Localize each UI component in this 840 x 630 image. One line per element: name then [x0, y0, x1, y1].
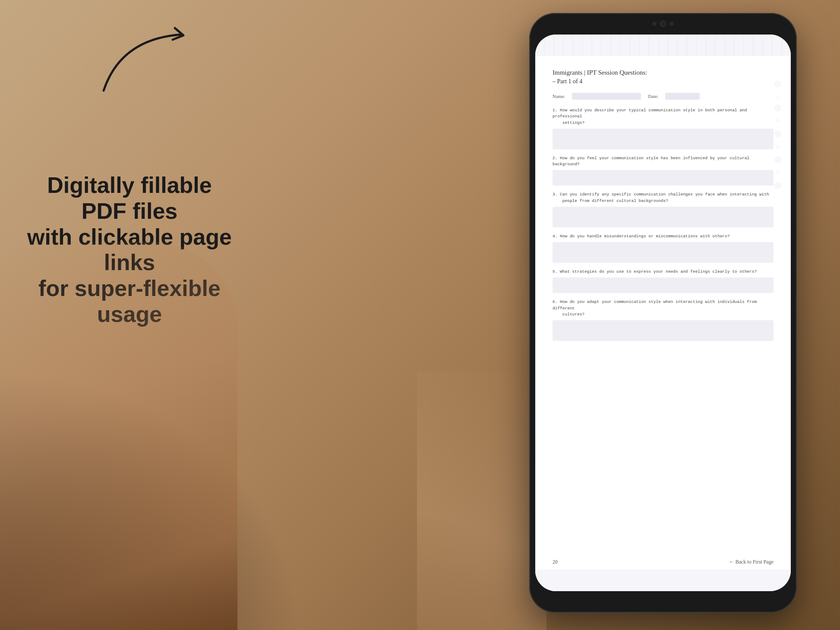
svg-point-0	[774, 81, 781, 88]
answer-box-1[interactable]	[553, 129, 774, 149]
tablet: Immigrants | IPT Session Questions: – Pa…	[529, 13, 797, 613]
camera-dot-2	[669, 22, 674, 26]
camera-dot-1	[652, 22, 657, 26]
page-number: 20	[553, 559, 558, 565]
pdf-footer: 20 ← Back to First Page	[535, 554, 791, 570]
date-input[interactable]	[665, 93, 700, 100]
question-4: 4. How do you handle misunderstandings o…	[553, 233, 774, 263]
pdf-content: Immigrants | IPT Session Questions: – Pa…	[535, 35, 791, 591]
name-label: Name:	[553, 94, 565, 99]
question-6-text: 6. How do you adapt your communication s…	[553, 299, 774, 318]
question-5-text: 5. What strategies do you use to express…	[553, 269, 774, 275]
svg-point-7	[776, 170, 780, 175]
pdf-title: Immigrants | IPT Session Questions:	[553, 69, 774, 76]
tablet-outer: Immigrants | IPT Session Questions: – Pa…	[529, 13, 797, 613]
svg-point-5	[776, 145, 780, 149]
date-label: Date:	[648, 94, 658, 99]
watermark-pattern-top	[535, 35, 791, 56]
question-6: 6. How do you adapt your communication s…	[553, 299, 774, 341]
question-5: 5. What strategies do you use to express…	[553, 269, 774, 293]
answer-box-6[interactable]	[553, 320, 774, 341]
name-input[interactable]	[572, 93, 641, 100]
question-3-text: 3. Can you identify any specific communi…	[553, 192, 774, 204]
question-1: 1. How would you describe your typical c…	[553, 107, 774, 149]
camera-main	[660, 21, 666, 27]
question-2: 2. How do you feel your communication st…	[553, 155, 774, 186]
svg-point-2	[774, 104, 781, 111]
name-date-row: Name: Date:	[553, 93, 774, 100]
pdf-main: Immigrants | IPT Session Questions: – Pa…	[535, 56, 791, 554]
tablet-camera-bar	[652, 21, 674, 27]
svg-point-4	[774, 130, 781, 137]
tablet-screen: Immigrants | IPT Session Questions: – Pa…	[535, 35, 791, 591]
svg-point-8	[774, 182, 781, 189]
question-2-text: 2. How do you feel your communication st…	[553, 155, 774, 168]
svg-point-6	[774, 156, 781, 163]
side-watermark	[769, 78, 786, 533]
promo-text: Digitally fillable PDF files with clicka…	[26, 173, 233, 328]
back-to-first-page-link[interactable]: ← Back to First Page	[729, 559, 774, 565]
background-shadow	[0, 371, 302, 630]
arrow-icon	[95, 22, 207, 99]
answer-box-3[interactable]	[553, 207, 774, 227]
question-1-text: 1. How would you describe your typical c…	[553, 107, 774, 126]
question-3: 3. Can you identify any specific communi…	[553, 192, 774, 227]
answer-box-5[interactable]	[553, 277, 774, 293]
pdf-watermark-top	[535, 35, 791, 56]
answer-box-2[interactable]	[553, 170, 774, 186]
pdf-subtitle: – Part 1 of 4	[553, 78, 774, 85]
svg-point-3	[776, 119, 780, 123]
answer-box-4[interactable]	[553, 242, 774, 263]
svg-point-1	[776, 95, 780, 99]
pdf-watermark-bottom	[535, 570, 791, 591]
promo-content: Digitally fillable PDF files with clicka…	[26, 95, 233, 328]
question-4-text: 4. How do you handle misunderstandings o…	[553, 233, 774, 239]
